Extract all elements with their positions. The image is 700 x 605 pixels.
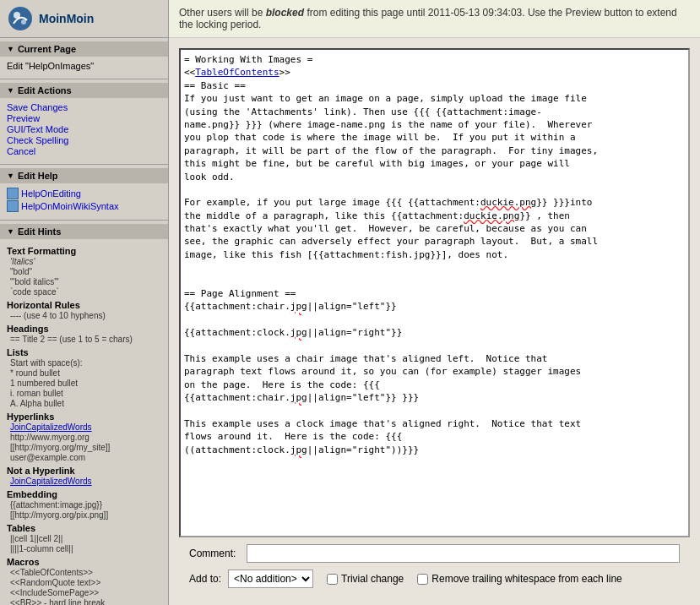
list-bullet: * round bullet [7,368,161,378]
cancel-link[interactable]: Cancel [7,146,161,156]
list-numbered: 1 numbered bullet [7,379,161,388]
headings-title: Headings [7,324,161,334]
bottom-controls: Comment: Add to: <No addition> Bookmark … [179,537,690,595]
horizontal-rules-title: Horizontal Rules [7,300,161,310]
edit-actions-content: Save Changes Preview GUI/Text Mode Check… [0,98,168,161]
text-fmt-code: `code space` [7,287,161,297]
text-fmt-italics: 'Italics' [7,257,161,266]
text-fmt-bold: "bold" [7,267,161,276]
add-to-select[interactable]: <No addition> Bookmark Category [228,570,313,588]
collapse-triangle: ▼ [7,45,14,53]
headings-desc: == Title 2 == (use 1 to 5 = chars) [7,335,161,344]
edit-actions-section: ▼ Edit Actions Save Changes Preview GUI/… [0,79,168,165]
not-hyperlink-title: Not a Hyperlink [7,466,161,476]
current-page-subtitle: Edit "HelpOnImages" [7,61,94,71]
hyperlink-camel: JoinCapitalizedWords [7,422,161,432]
edit-hints-content: Text Formatting 'Italics' "bold" "'bold … [0,239,168,605]
remove-trailing-checkbox[interactable] [417,574,428,585]
add-to-label: Add to: [189,573,221,585]
edit-hints-title: Edit Hints [18,226,61,237]
edit-help-header[interactable]: ▼ Edit Help [0,168,168,183]
remove-trailing-label: Remove trailing whitespace from each lin… [431,573,621,585]
table-one-col: ||||1-column cell|| [7,544,161,553]
duckie-link-1: duckie.png [480,197,536,208]
edit-hints-section: ▼ Edit Hints Text Formatting 'Italics' "… [0,221,168,605]
text-editor[interactable]: = Working With Images = <<TableOfContent… [179,48,690,537]
notice-text-before: Other users will be [179,7,266,19]
macro-include: <<IncludeSomePage>> [7,588,161,597]
remove-trailing-item[interactable]: Remove trailing whitespace from each lin… [417,573,621,585]
lists-desc: Start with space(s): [7,358,161,368]
embed-attachment: {{attachment:image.jpg}} [7,500,161,510]
comment-row: Comment: [189,544,680,563]
hyperlinks-title: Hyperlinks [7,412,161,422]
text-formatting-title: Text Formatting [7,246,161,256]
list-roman: i. roman bullet [7,389,161,398]
help-on-editing-icon [7,188,19,199]
edit-actions-header[interactable]: ▼ Edit Actions [0,83,168,98]
embed-url: [[http://myorg.org/pix.png]] [7,510,161,520]
hyperlink-email: user@example.com [7,453,161,462]
notice-blocked-word: blocked [266,7,304,19]
toc-link[interactable]: TableOfContents [195,67,279,78]
svg-point-2 [21,19,26,25]
current-page-section: ▼ Current Page Edit "HelpOnImages" [0,38,168,79]
logo-area: MoinMoin [0,0,168,38]
chair-link-1: jpg [290,301,307,312]
save-changes-link[interactable]: Save Changes [7,102,161,112]
duckie-link-2: duckie.png [464,210,519,221]
editor-content[interactable]: = Working With Images = <<TableOfContent… [184,53,685,456]
camel-case-link[interactable]: JoinCapitalizedWords [10,422,92,432]
editor-area: = Working With Images = <<TableOfContent… [169,38,700,605]
macro-br: <<BR>> - hard line break [7,598,161,605]
main-content: Other users will be blocked from editing… [169,0,700,605]
current-page-header[interactable]: ▼ Current Page [0,41,168,57]
macro-random: <<RandomQuote text>> [7,578,161,587]
not-hyperlink-item: JoinCapitalizedWords [7,477,161,486]
lists-title: Lists [7,347,161,357]
macros-title: Macros [7,557,161,567]
gui-text-mode-link[interactable]: GUI/Text Mode [7,124,161,134]
comment-label: Comment: [189,548,240,559]
text-fmt-bold-italics: "'bold italics'" [7,277,161,286]
trivial-change-checkbox[interactable] [327,574,338,585]
hyperlink-bracket: [[http://myorg.org/my_site]] [7,443,161,452]
current-page-title: Current Page [18,44,76,54]
trivial-change-item[interactable]: Trivial change [327,573,404,585]
help-on-wiki-syntax-icon [7,200,19,212]
tables-title: Tables [7,523,161,533]
clock-link-2: jpg [290,444,307,455]
collapse-triangle-hints: ▼ [7,227,14,236]
collapse-triangle-help: ▼ [7,172,14,180]
table-two-col: ||cell 1||cell 2|| [7,534,161,543]
clock-link-1: jpg [290,327,307,338]
macro-toc: <<TableOfContents>> [7,568,161,577]
sidebar: MoinMoin ▼ Current Page Edit "HelpOnImag… [0,0,169,605]
edit-help-content: HelpOnEditing HelpOnMoinWikiSyntax [0,183,168,216]
options-row: Add to: <No addition> Bookmark Category … [189,570,680,588]
edit-hints-header[interactable]: ▼ Edit Hints [0,224,168,239]
edit-help-title: Edit Help [18,171,58,181]
embedding-title: Embedding [7,489,161,499]
logo-text: MoinMoin [39,12,94,25]
edit-help-section: ▼ Edit Help HelpOnEditing HelpOnMoinWiki… [0,165,168,221]
check-spelling-link[interactable]: Check Spelling [7,135,161,145]
help-on-wiki-syntax-link[interactable]: HelpOnMoinWikiSyntax [21,201,119,211]
edit-actions-title: Edit Actions [18,85,72,95]
collapse-triangle-actions: ▼ [7,86,14,95]
current-page-content: Edit "HelpOnImages" [0,57,168,75]
trivial-change-label: Trivial change [341,573,404,585]
hyperlink-url: http://www.myorg.org [7,433,161,442]
chair-link-2: jpg [290,392,307,403]
comment-input[interactable] [247,544,680,563]
help-on-editing-link[interactable]: HelpOnEditing [21,188,81,199]
notice-bar: Other users will be blocked from editing… [169,0,700,38]
horizontal-rules-desc: ---- (use 4 to 10 hyphens) [7,311,161,320]
not-link-text: JoinCapitalizedWords [10,477,92,486]
moinmoin-logo-icon [7,5,34,32]
list-alpha: A. Alpha bullet [7,399,161,408]
preview-link[interactable]: Preview [7,113,161,123]
